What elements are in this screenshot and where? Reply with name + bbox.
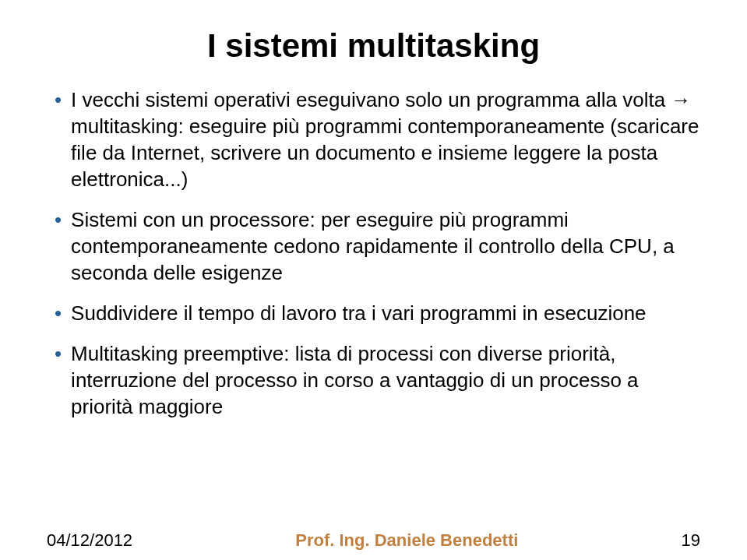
- bullet-text: Suddividere il tempo di lavoro tra i var…: [71, 300, 646, 326]
- slide: I sistemi multitasking • I vecchi sistem…: [0, 0, 747, 560]
- bullet-text: Sistemi con un processore: per eseguire …: [71, 206, 700, 286]
- bullet-icon: •: [55, 86, 62, 113]
- bullet-icon: •: [55, 206, 62, 233]
- bullet-icon: •: [55, 340, 62, 367]
- bullet-icon: •: [55, 300, 62, 326]
- bullet-text: I vecchi sistemi operativi eseguivano so…: [71, 86, 700, 192]
- slide-title: I sistemi multitasking: [39, 27, 708, 65]
- footer-date: 04/12/2012: [47, 530, 132, 551]
- footer-page-number: 19: [682, 530, 700, 551]
- bullet-item: • Multitasking preemptive: lista di proc…: [55, 340, 700, 420]
- slide-footer: 04/12/2012 Prof. Ing. Daniele Benedetti …: [0, 530, 747, 551]
- bullet-item: • Sistemi con un processore: per eseguir…: [55, 206, 700, 286]
- bullet-text: Multitasking preemptive: lista di proces…: [71, 340, 700, 420]
- bullet-item: • I vecchi sistemi operativi eseguivano …: [55, 86, 700, 192]
- slide-content: • I vecchi sistemi operativi eseguivano …: [39, 86, 708, 420]
- footer-author: Prof. Ing. Daniele Benedetti: [132, 530, 681, 551]
- bullet-item: • Suddividere il tempo di lavoro tra i v…: [55, 300, 700, 326]
